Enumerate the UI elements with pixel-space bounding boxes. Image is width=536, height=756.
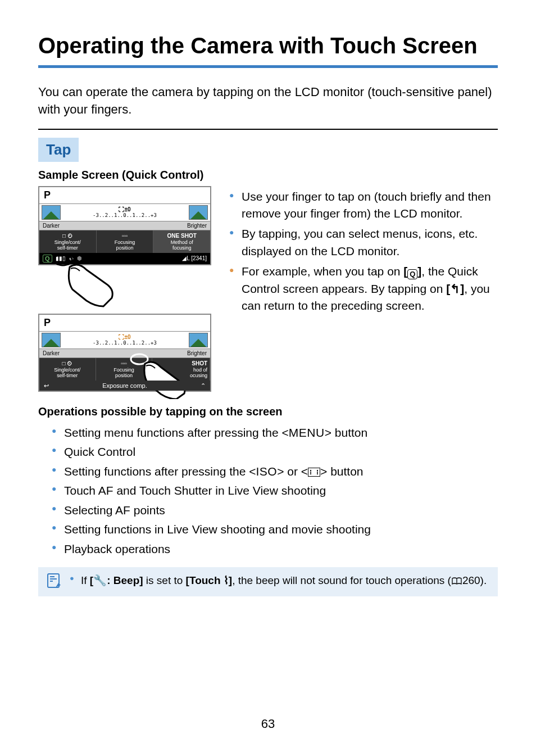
iso-label: ISO (256, 465, 277, 478)
op-playback: Playback operations (52, 540, 498, 559)
wrench-icon: 🔧 (93, 574, 107, 586)
q-button[interactable]: Q (43, 255, 52, 262)
darker-label-2: Darker (43, 350, 60, 356)
focus-position-button[interactable]: ▫▫▫ Focusing position (97, 230, 154, 253)
book-icon (451, 577, 462, 585)
page-number: 63 (0, 717, 536, 731)
focus-position-label-1: Focusing (115, 239, 135, 245)
picture-style-icon-3 (42, 333, 61, 347)
picture-style-icon-4 (189, 333, 208, 347)
ev-icon: ⛶ (119, 206, 124, 212)
grid-icon (308, 468, 320, 477)
q-icon: Q (407, 269, 417, 279)
bullet-select-menus: By tapping, you can select menus, icons,… (229, 225, 498, 260)
intro-text: You can operate the camera by tapping on… (38, 84, 498, 119)
note-beep: If [🔧: Beep] is set to [Touch ⌇], the be… (70, 573, 490, 588)
up-button[interactable]: ⌃ (201, 382, 206, 390)
tap-gesture-icon (53, 253, 131, 309)
af-method-title: ONE SHOT (155, 233, 209, 239)
picture-style-icon-2 (189, 205, 208, 220)
mute-icon: ⌇ (224, 574, 229, 586)
mode-label-2: P (44, 317, 51, 328)
shots-remaining: ◢L [2341] (182, 255, 207, 261)
bullet-tap-description: Use your finger to tap on (touch briefly… (229, 188, 498, 223)
drive-mode-label-1: Single/cont/ (54, 239, 81, 245)
drive-mode-icon-2: □ ⏲ (40, 360, 94, 366)
operations-heading: Operations possible by tapping on the sc… (38, 405, 498, 418)
op-touch-af: Touch AF and Touch Shutter in Live View … (52, 482, 498, 500)
camera-screen-1: P ⛶±0 -3..2..1..0..1..2..+3 Darker Brigh… (38, 186, 211, 309)
drive-mode-button-2[interactable]: □ ⏲ Single/cont/ self-timer (39, 358, 96, 381)
bullet-example: For example, when you tap on [Q], the Qu… (229, 263, 498, 314)
svg-marker-6 (56, 583, 61, 587)
focus-position-label-2: position (116, 245, 133, 251)
drive-mode-label-2b: self-timer (57, 373, 78, 378)
mode-label: P (44, 189, 51, 201)
op-menu-functions: Setting menu functions after pressing th… (52, 424, 498, 442)
op-quick-control: Quick Control (52, 443, 498, 461)
drive-mode-icon: □ ⏲ (40, 233, 95, 239)
darker-label: Darker (43, 223, 60, 229)
drag-gesture-icon (129, 351, 208, 399)
op-live-view: Setting functions in Live View shooting … (52, 520, 498, 539)
menu-label: MENU (289, 426, 325, 439)
af-method-label-2: focusing (172, 245, 192, 251)
svg-point-0 (54, 254, 72, 265)
exposure-comp-label: Exposure comp. (102, 382, 147, 389)
back-icon: ↰ (450, 282, 460, 295)
drive-mode-button[interactable]: □ ⏲ Single/cont/ self-timer (39, 230, 97, 253)
divider (38, 129, 498, 130)
sample-screen-subheading: Sample Screen (Quick Control) (38, 169, 498, 182)
ev-scale-2: -3..2..1..0..1..2..+3 (61, 340, 189, 346)
drive-mode-label-2a: Single/cont/ (54, 367, 80, 373)
title-underline (38, 65, 498, 68)
af-method-button[interactable]: ONE SHOT Method of focusing (153, 230, 210, 253)
ev-icon-2: ⛶ (119, 334, 124, 340)
op-iso-functions: Setting functions after pressing the <IS… (52, 463, 498, 481)
af-method-label-1: Method of (171, 239, 193, 245)
drive-mode-label-2: self-timer (57, 245, 78, 251)
section-heading: Tap (38, 138, 79, 162)
page-title: Operating the Camera with Touch Screen (38, 31, 498, 60)
back-button[interactable]: ↩ (44, 382, 49, 390)
camera-screen-2: P ⛶±0 -3..2..1..0..1..2..+3 Darker Brigh… (38, 314, 211, 392)
ev-value: ±0 (124, 206, 130, 212)
note-icon (46, 573, 62, 588)
focus-position-icon: ▫▫▫ (98, 233, 152, 239)
ev-value-2: ±0 (124, 334, 130, 340)
picture-style-icon (42, 205, 61, 220)
ev-scale: -3..2..1..0..1..2..+3 (61, 212, 189, 218)
brighter-label: Brighter (187, 223, 207, 229)
note-box: If [🔧: Beep] is set to [Touch ⌇], the be… (38, 567, 498, 596)
op-af-points: Selecting AF points (52, 501, 498, 520)
